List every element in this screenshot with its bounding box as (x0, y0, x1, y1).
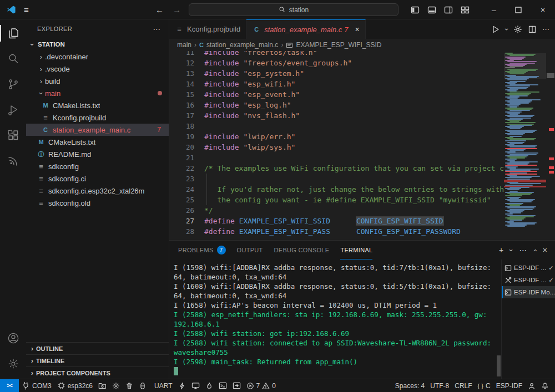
status-item-terminal-box[interactable] (216, 379, 230, 392)
back-icon[interactable]: ← (155, 5, 164, 14)
editor-more-actions-icon[interactable]: ⋯ (542, 25, 549, 33)
search-icon[interactable] (0, 46, 26, 72)
section-outline[interactable]: ›OUTLINE (26, 342, 169, 354)
account-icon[interactable] (0, 325, 26, 351)
command-center-search[interactable]: station (189, 3, 398, 16)
status-item-arrow-box[interactable] (230, 379, 244, 392)
status-item-utf-8[interactable]: UTF-8 (427, 379, 452, 392)
code-editor[interactable]: 11#include "freertos/task.h"12#include "… (169, 51, 555, 240)
tree-item-build[interactable]: ›build (26, 75, 169, 87)
remote-indicator[interactable]: >< (0, 379, 19, 392)
tree-item-kconfig-projbuild[interactable]: ≡Kconfig.projbuild (26, 111, 169, 124)
terminal-list-item[interactable]: ESP-IDF Mo... (502, 286, 555, 298)
file-type-icon: C (41, 126, 50, 133)
maximize-button[interactable] (506, 0, 531, 19)
status-item-trash[interactable] (123, 379, 136, 392)
tree-item-sdkconfig-old[interactable]: ≡sdkconfig.old (26, 197, 169, 209)
status-item-feedback[interactable] (525, 379, 538, 392)
close-tab-icon[interactable]: × (355, 25, 360, 34)
close-button[interactable]: × (531, 0, 555, 19)
status-item-gear[interactable] (109, 379, 123, 392)
tab-station-example-main-c[interactable]: C station_example_main.c 7 × (246, 19, 366, 39)
status-item-c[interactable]: { }C (475, 379, 493, 392)
tree-item-sdkconfig-ci[interactable]: ≡sdkconfig.ci (26, 172, 169, 185)
tab-output[interactable]: OUTPUT (237, 241, 263, 259)
more-actions-icon[interactable]: ⋯ (153, 24, 161, 33)
espressif-icon[interactable] (0, 148, 26, 174)
scrollbar-thumb[interactable] (547, 73, 554, 78)
terminal-output[interactable]: I (1598) wifi:[ADDBA]RX addba response, … (169, 259, 501, 379)
terminal-line: I (1608) wifi:[ADDBA]RX addba response, … (174, 282, 501, 291)
close-panel-icon[interactable]: × (543, 246, 547, 254)
status-item-uart[interactable]: UART (149, 379, 175, 392)
status-item-esp32c6[interactable]: esp32c6 (54, 379, 95, 392)
maximize-panel-icon[interactable]: › (531, 249, 539, 251)
editor-settings-gear-icon[interactable] (513, 25, 522, 34)
panel-more-actions-icon[interactable]: ⋯ (519, 246, 527, 254)
terminal-list-item[interactable]: ESP-IDF ...✓ (502, 274, 555, 286)
status-item-monitor[interactable] (189, 379, 203, 392)
tree-item-cmakelists-txt[interactable]: MCMakeLists.txt (26, 136, 169, 148)
terminal-icon (504, 264, 512, 272)
status-item-problems[interactable]: 70 (244, 379, 279, 392)
terminal-list-item[interactable]: ESP-IDF ...✓ (502, 262, 555, 274)
code-line-22: 22/* The examples use WiFi configuration… (169, 163, 555, 174)
tree-root-station[interactable]: › STATION (26, 38, 169, 50)
tree-item-cmakelists-txt[interactable]: MCMakeLists.txt (26, 99, 169, 111)
tree-item-sdkconfig[interactable]: ≡sdkconfig (26, 160, 169, 172)
split-editor-icon[interactable] (528, 25, 537, 34)
tab-terminal[interactable]: TERMINAL (340, 241, 372, 259)
minimize-button[interactable]: – (482, 0, 506, 19)
tab-kconfig-projbuild[interactable]: ≡ Kconfig.projbuild (169, 19, 246, 39)
tab-debug-console[interactable]: DEBUG CONSOLE (274, 241, 330, 259)
extensions-icon[interactable] (0, 123, 26, 148)
tab-problems[interactable]: PROBLEMS 7 (178, 241, 226, 259)
run-debug-file-icon[interactable] (491, 25, 500, 34)
terminal-line: waveshare0755 (174, 348, 501, 357)
forward-icon[interactable]: → (173, 5, 181, 14)
status-bar: >< COM3esp32c6UART70 Spaces: 4UTF-8CRLF{… (0, 379, 555, 392)
status-item-bolt[interactable] (175, 379, 189, 392)
tree-item-main[interactable]: ›main (26, 87, 169, 99)
source-control-icon[interactable] (0, 72, 26, 97)
code-line-16: 16#include "esp_log.h" (169, 100, 555, 110)
run-dropdown-chevron-icon[interactable]: › (503, 28, 511, 30)
toggle-panel-icon[interactable] (427, 6, 436, 14)
breadcrumb[interactable]: main › C station_example_main.c › EXAMPL… (169, 39, 555, 51)
tree-item-sdkconfig-ci-esp32c2-xtal26m[interactable]: ≡sdkconfig.ci.esp32c2_xtal26m (26, 185, 169, 197)
status-item-spaces-4[interactable]: Spaces: 4 (392, 379, 427, 392)
terminal-dropdown-chevron-icon[interactable]: › (507, 249, 516, 251)
status-item-cylinder[interactable] (136, 379, 149, 392)
trash-icon (125, 382, 133, 390)
section-project-components[interactable]: ›PROJECT COMPONENTS (26, 366, 169, 379)
tree-item-station-example-main-c[interactable]: Cstation_example_main.c7 (26, 124, 169, 136)
status-item-com3[interactable]: COM3 (19, 379, 54, 392)
arrow-box-icon (233, 381, 241, 390)
section-timeline[interactable]: ›TIMELINE (26, 354, 169, 366)
terminal-scrollbar[interactable] (497, 355, 501, 376)
c-file-icon: C (199, 42, 204, 48)
tree-item--devcontainer[interactable]: ›.devcontainer (26, 50, 169, 63)
status-item-folder-gear[interactable] (95, 379, 109, 392)
customize-layout-icon[interactable] (461, 6, 470, 14)
files-icon[interactable] (0, 21, 26, 46)
chevron-right-icon: › (28, 357, 36, 365)
terminal-icon (504, 289, 512, 296)
new-terminal-icon[interactable]: + (499, 246, 503, 254)
status-item-bell[interactable] (538, 379, 552, 392)
toggle-sidebar-icon[interactable] (411, 6, 420, 14)
run-debug-icon[interactable] (0, 97, 26, 123)
menu-icon[interactable]: ≡ (24, 5, 29, 14)
settings-gear-icon[interactable] (0, 351, 26, 376)
terminal-line: 64, batimeout:0, txa_wnd:64 (174, 291, 501, 301)
toggle-secondary-sidebar-icon[interactable] (444, 6, 453, 14)
status-item-flame[interactable] (203, 379, 216, 392)
status-item-crlf[interactable]: CRLF (452, 379, 475, 392)
file-type-icon: ≡ (37, 175, 46, 183)
status-item-esp-idf[interactable]: ESP-IDF (493, 379, 525, 392)
bell-icon (541, 382, 549, 390)
minimap[interactable] (504, 51, 546, 240)
search-value: station (289, 6, 309, 14)
tree-item-readme-md[interactable]: ⓘREADME.md (26, 148, 169, 160)
tree-item--vscode[interactable]: ›.vscode (26, 63, 169, 75)
